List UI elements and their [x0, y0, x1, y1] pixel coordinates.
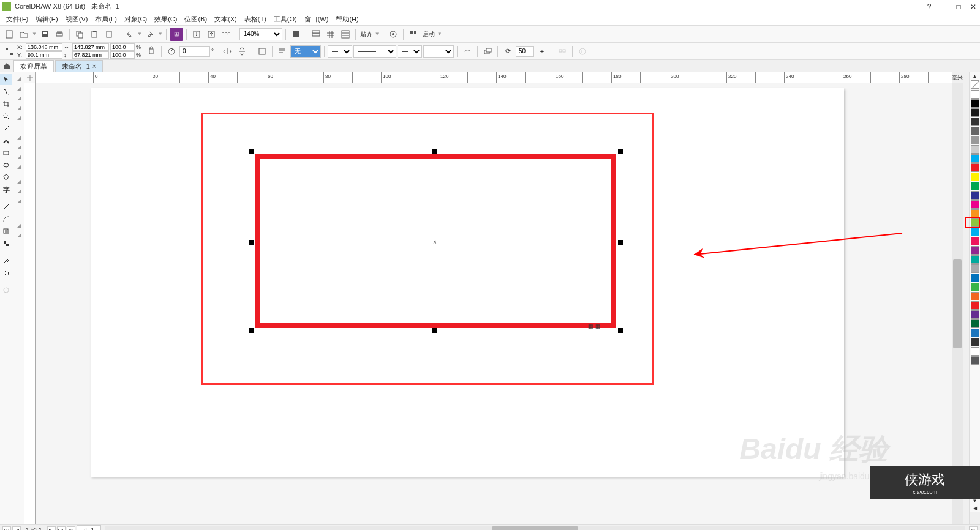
horizontal-ruler[interactable]: 0204060801001201401601802002202402602803…	[36, 72, 952, 83]
color-swatch-7[interactable]	[971, 154, 979, 163]
color-swatch-20[interactable]	[971, 274, 979, 282]
color-swatch-18[interactable]	[971, 255, 979, 264]
color-swatch-0[interactable]	[971, 90, 979, 99]
color-swatch-8[interactable]	[971, 163, 979, 172]
selection-handle-bm[interactable]	[432, 328, 437, 333]
tab-document[interactable]: 未命名 -1×	[55, 60, 103, 72]
selection-handle-tr[interactable]	[618, 149, 623, 154]
drop-shadow-tool[interactable]	[0, 226, 12, 237]
snap-label[interactable]: 贴齐	[359, 30, 374, 39]
color-swatch-4[interactable]	[971, 127, 979, 135]
spin-input[interactable]	[516, 46, 534, 57]
mirror-v-button[interactable]	[235, 45, 249, 58]
polygon-tool[interactable]	[0, 172, 12, 183]
palette-scroll-up[interactable]: ▲	[970, 72, 980, 80]
color-swatch-2[interactable]	[971, 108, 979, 117]
spin-plus-button[interactable]: +	[535, 45, 549, 58]
redo-button[interactable]	[143, 28, 157, 41]
clipboard-button[interactable]	[102, 28, 116, 41]
paste-button[interactable]	[88, 28, 101, 41]
text-tool[interactable]: 字	[0, 184, 12, 195]
undo-button[interactable]	[123, 28, 136, 41]
color-swatch-none[interactable]	[971, 80, 979, 89]
menu-edit[interactable]: 编辑(E)	[32, 13, 62, 25]
fullscreen-button[interactable]	[289, 28, 303, 41]
options-button[interactable]	[386, 28, 400, 41]
show-grid-button[interactable]	[324, 28, 337, 41]
color-swatch-16[interactable]	[971, 237, 979, 245]
ruler-origin[interactable]	[24, 72, 36, 83]
color-swatch-28[interactable]	[971, 347, 979, 356]
node-edit-icon[interactable]	[2, 45, 16, 58]
search-content-button[interactable]: ⊞	[170, 28, 183, 41]
horizontal-scrollbar[interactable]	[105, 526, 965, 531]
color-swatch-24[interactable]	[971, 310, 979, 319]
close-icon[interactable]: ✕	[969, 2, 978, 11]
nav-end-icon[interactable]: ⊕	[969, 526, 978, 531]
app-launcher-icon[interactable]	[407, 28, 420, 41]
publish-pdf-button[interactable]: PDF	[219, 28, 233, 41]
vertical-ruler[interactable]	[24, 83, 36, 524]
color-swatch-11[interactable]	[971, 191, 979, 200]
color-swatch-15[interactable]	[971, 228, 979, 236]
mirror-h-button[interactable]	[221, 45, 234, 58]
new-button[interactable]	[2, 28, 16, 41]
color-swatch-19[interactable]	[971, 264, 979, 273]
artistic-media-tool[interactable]	[0, 135, 12, 146]
selection-handle-tl[interactable]	[249, 149, 254, 154]
ellipse-tool[interactable]	[0, 160, 12, 171]
zoom-select[interactable]: 140%	[239, 28, 282, 40]
x-input[interactable]	[26, 43, 62, 51]
line-style-select[interactable]: ———	[353, 45, 396, 58]
menu-file[interactable]: 文件(F)	[2, 13, 32, 25]
close-tab-icon[interactable]: ×	[92, 63, 96, 70]
page-tab-1[interactable]: 页 1	[77, 525, 101, 531]
color-swatch-13[interactable]	[971, 209, 979, 218]
color-swatch-23[interactable]	[971, 301, 979, 310]
save-button[interactable]	[38, 28, 51, 41]
home-icon[interactable]	[2, 62, 11, 70]
help-icon[interactable]: ?	[925, 2, 933, 11]
color-swatch-1[interactable]	[971, 99, 979, 108]
menu-text[interactable]: 文本(X)	[211, 13, 241, 25]
rotation-input[interactable]	[179, 46, 210, 57]
width-input[interactable]	[72, 43, 109, 51]
page-prev-button[interactable]: ◀	[12, 526, 21, 531]
menu-table[interactable]: 表格(T)	[241, 13, 270, 25]
color-swatch-6[interactable]	[971, 145, 979, 154]
canvas[interactable]: × ▦ ▦	[36, 83, 952, 524]
selection-handle-tm[interactable]	[432, 149, 437, 154]
menu-bitmap[interactable]: 位图(B)	[181, 13, 211, 25]
export-button[interactable]	[205, 28, 218, 41]
scale-x-input[interactable]	[110, 43, 135, 51]
object-order-button[interactable]	[481, 45, 494, 58]
color-swatch-9[interactable]	[971, 173, 979, 181]
transparency-tool[interactable]	[0, 238, 12, 249]
menu-window[interactable]: 窗口(W)	[301, 13, 333, 25]
rectangle-tool[interactable]	[0, 147, 12, 159]
show-rulers-button[interactable]	[309, 28, 323, 41]
menu-help[interactable]: 帮助(H)	[332, 13, 362, 25]
selection-handle-br[interactable]	[618, 328, 623, 333]
crop-tool[interactable]	[0, 99, 12, 110]
color-swatch-22[interactable]	[971, 292, 979, 300]
vertical-scrollbar[interactable]	[952, 83, 963, 524]
selection-handle-mr[interactable]	[618, 240, 623, 245]
copy-button[interactable]	[73, 28, 86, 41]
connector-tool[interactable]	[0, 214, 12, 225]
fill-tool[interactable]	[0, 267, 12, 278]
launch-label[interactable]: 启动	[421, 30, 436, 39]
wrap-text-button[interactable]	[276, 45, 289, 58]
color-swatch-21[interactable]	[971, 283, 979, 291]
page-first-button[interactable]: ⏮	[2, 526, 11, 531]
color-swatch-29[interactable]	[971, 356, 979, 365]
maximize-icon[interactable]: □	[954, 2, 963, 11]
lock-ratio-button[interactable]	[145, 45, 158, 58]
color-swatch-5[interactable]	[971, 136, 979, 144]
import-button[interactable]	[190, 28, 203, 41]
dimension-tool[interactable]	[0, 201, 12, 212]
page-add-button[interactable]: ⊕	[67, 526, 75, 531]
zoom-tool[interactable]	[0, 111, 12, 122]
page-next-button[interactable]: ▶	[47, 526, 56, 531]
menu-view[interactable]: 视图(V)	[62, 13, 92, 25]
